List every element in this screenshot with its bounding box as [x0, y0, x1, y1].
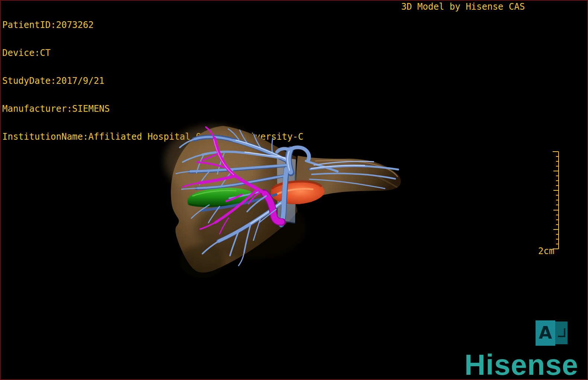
corner-bracket-icon	[555, 322, 568, 344]
tumor-volume-row: Tumor Volume: 27.29ml	[3, 374, 112, 380]
tumor-mesh[interactable]	[271, 181, 325, 204]
scale-ruler	[544, 148, 566, 254]
volume-readout: Tumor Volume: 27.29ml Liver Volume: 1333…	[3, 355, 112, 380]
study-date-text: StudyDate:2017/9/21	[2, 76, 303, 86]
patient-id-text: PatientID:2073262	[2, 20, 303, 30]
orientation-cube[interactable]: A	[536, 320, 568, 346]
device-text: Device:CT	[2, 48, 303, 58]
scale-label: 2cm	[538, 247, 554, 256]
orientation-cube-side-face[interactable]	[555, 322, 568, 344]
model-viewport[interactable]	[157, 113, 432, 288]
watermark-text: 3D Model by Hisense CAS	[401, 2, 525, 12]
viewer-window: PatientID:2073262 Device:CT StudyDate:20…	[0, 0, 588, 380]
orientation-cube-front-face[interactable]: A	[536, 320, 555, 346]
hisense-logo: Hisense	[464, 350, 578, 379]
